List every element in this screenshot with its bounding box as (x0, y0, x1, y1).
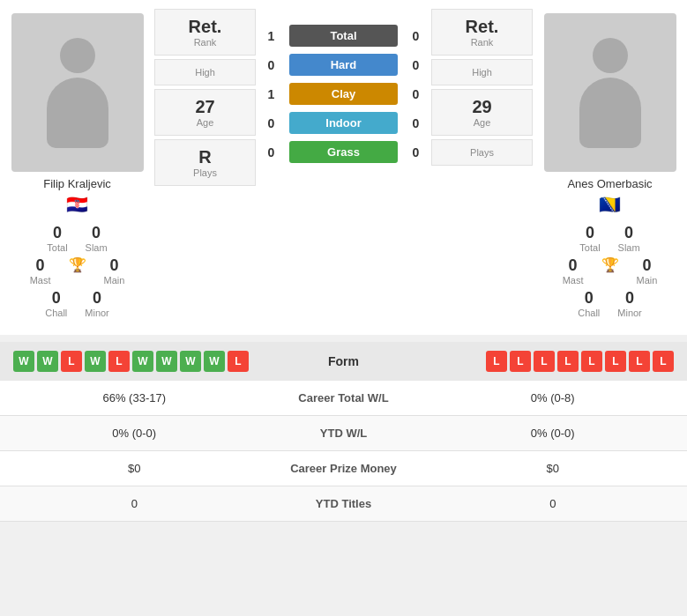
player2-stats-row2: 0 Mast 🏆 0 Main (537, 256, 683, 286)
form-badge-w: W (204, 351, 225, 372)
player2-stats-row3: 0 Chall 0 Minor (537, 289, 683, 318)
player2-body (579, 78, 641, 148)
player1-chall: 0 Chall (45, 289, 67, 318)
player1-head (60, 38, 95, 73)
player2-minor: 0 Minor (617, 289, 642, 318)
player1-stats-row2: 0 Mast 🏆 0 Main (4, 256, 150, 286)
player1-stats: 0 Total 0 Slam 0 Mast 🏆 (4, 224, 150, 322)
player1-form: WWLWLWWWWL (13, 351, 291, 372)
player1-middle-stats: Ret. Rank High 27 Age R Plays (154, 9, 256, 189)
p1-ytd-titles: 0 (13, 497, 256, 510)
player2-avatar (544, 13, 676, 172)
player2-plays-box: Plays (431, 139, 533, 166)
p2-career-wl: 0% (0-8) (432, 391, 675, 404)
player1-minor: 0 Minor (85, 289, 109, 318)
player1-rank-box: Ret. Rank (154, 9, 256, 56)
court-clay-btn: Clay (289, 83, 398, 105)
ytd-titles-label: YTD Titles (256, 497, 432, 510)
player2-total: 0 Total (579, 224, 600, 253)
p1-ytd-wl: 0% (0-0) (13, 427, 256, 440)
player2-high-box: High (431, 59, 533, 85)
player1-high-box: High (154, 59, 256, 85)
form-badge-l: L (486, 351, 507, 372)
form-badge-l: L (605, 351, 626, 372)
player1-mast: 0 Mast (30, 256, 51, 286)
court-hard-btn: Hard (289, 54, 398, 76)
player2-chall: 0 Chall (578, 289, 600, 318)
form-section: WWLWLWWWWL Form LLLLLLLL (0, 342, 687, 381)
player2-stats: 0 Total 0 Slam 0 Mast 🏆 (537, 224, 683, 322)
player1-card: Filip Kraljevic 🇭🇷 0 Total 0 Slam 0 (0, 9, 154, 326)
ytd-wl-label: YTD W/L (256, 427, 432, 440)
player1-body (47, 78, 108, 148)
p2-ytd-titles: 0 (432, 497, 675, 510)
player2-middle-stats: Ret. Rank High 29 Age Plays (431, 9, 533, 169)
stats-table: 66% (33-17) Career Total W/L 0% (0-8) 0%… (0, 381, 687, 522)
p1-prize: $0 (13, 462, 256, 475)
court-grass-btn: Grass (289, 141, 398, 163)
court-total-btn: Total (289, 25, 398, 47)
form-badge-w: W (180, 351, 201, 372)
player1-age-box: 27 Age (154, 89, 256, 136)
form-badge-l: L (510, 351, 531, 372)
player1-name: Filip Kraljevic (43, 177, 111, 190)
form-badge-l: L (228, 351, 249, 372)
form-badge-l: L (581, 351, 602, 372)
court-row-indoor: 0 Indoor 0 (260, 112, 427, 134)
form-badge-w: W (37, 351, 58, 372)
court-row-hard: 0 Hard 0 (260, 54, 427, 76)
player2-name: Anes Omerbasic (567, 177, 652, 190)
form-badge-w: W (156, 351, 177, 372)
trophy-icon: 🏆 (69, 257, 86, 272)
main-container: Filip Kraljevic 🇭🇷 0 Total 0 Slam 0 (0, 0, 687, 522)
player1-stats-row1: 0 Total 0 Slam (4, 224, 150, 253)
player2-card: Anes Omerbasic 🇧🇦 0 Total 0 Slam 0 (533, 9, 687, 326)
courts-section: 1 Total 0 0 Hard 0 1 Clay 0 0 Indoor (256, 9, 431, 179)
ytd-wl-row: 0% (0-0) YTD W/L 0% (0-0) (0, 416, 687, 451)
player1-stats-row3: 0 Chall 0 Minor (4, 289, 150, 318)
player2-form: LLLLLLLL (397, 351, 675, 372)
form-badge-w: W (13, 351, 34, 372)
player-comparison: Filip Kraljevic 🇭🇷 0 Total 0 Slam 0 (0, 0, 687, 335)
ytd-titles-row: 0 YTD Titles 0 (0, 486, 687, 522)
trophy2-icon: 🏆 (601, 257, 619, 272)
court-row-grass: 0 Grass 0 (260, 141, 427, 163)
p1-career-wl: 66% (33-17) (13, 391, 256, 404)
prize-row: $0 Career Prize Money $0 (0, 451, 687, 486)
form-label: Form (291, 354, 397, 368)
courts-table: 1 Total 0 0 Hard 0 1 Clay 0 0 Indoor (260, 25, 427, 170)
form-badge-l: L (61, 351, 82, 372)
court-row-total: 1 Total 0 (260, 25, 427, 47)
p2-ytd-wl: 0% (0-0) (432, 427, 675, 440)
player2-stats-row1: 0 Total 0 Slam (537, 224, 683, 253)
form-badge-l: L (534, 351, 555, 372)
player1-trophy: 🏆 (69, 256, 86, 286)
player1-main: 0 Main (104, 256, 125, 286)
player2-rank-box: Ret. Rank (431, 9, 533, 56)
player2-mast: 0 Mast (563, 256, 584, 286)
player2-head (593, 38, 628, 73)
player1-plays-box: R Plays (154, 139, 256, 186)
player1-flag: 🇭🇷 (66, 194, 88, 215)
form-badge-l: L (653, 351, 674, 372)
player2-trophy: 🏆 (601, 256, 619, 286)
player1-slam: 0 Slam (86, 224, 108, 253)
player2-age-box: 29 Age (431, 89, 533, 136)
prize-label: Career Prize Money (256, 462, 432, 475)
form-badge-l: L (108, 351, 130, 372)
form-badge-l: L (629, 351, 650, 372)
player1-avatar (11, 13, 144, 172)
player2-main: 0 Main (637, 256, 658, 286)
player2-flag: 🇧🇦 (599, 194, 621, 215)
player1-total: 0 Total (47, 224, 67, 253)
career-wl-row: 66% (33-17) Career Total W/L 0% (0-8) (0, 381, 687, 416)
p2-prize: $0 (432, 462, 675, 475)
form-badge-l: L (557, 351, 579, 372)
form-badge-w: W (132, 351, 153, 372)
court-indoor-btn: Indoor (289, 112, 398, 134)
court-row-clay: 1 Clay 0 (260, 83, 427, 105)
career-wl-label: Career Total W/L (256, 391, 432, 404)
player2-slam: 0 Slam (618, 224, 640, 253)
form-badge-w: W (85, 351, 106, 372)
